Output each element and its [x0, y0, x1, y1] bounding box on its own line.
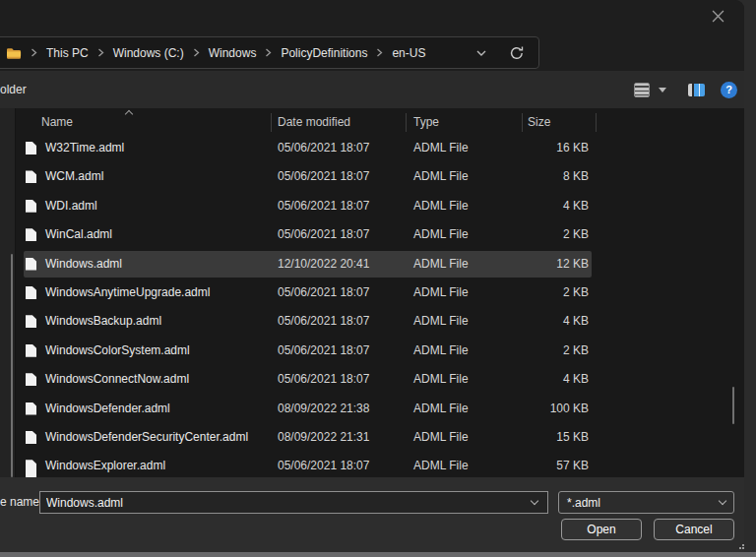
breadcrumb-item[interactable]: Windows [207, 46, 259, 60]
file-name-cell: WindowsAnytimeUpgrade.adml [45, 278, 210, 307]
file-name-cell: WindowsConnectNow.adml [45, 365, 189, 394]
address-bar[interactable]: This PC Windows (C:) Windows PolicyDefin… [0, 36, 539, 69]
file-name-cell: WinCal.adml [45, 220, 112, 249]
file-name-cell: WindowsExplorer.adml [45, 452, 165, 477]
file-row[interactable]: Windows.adml 12/10/2022 20:41 ADML File … [0, 250, 744, 278]
size-cell: 4 KB [463, 307, 589, 336]
details-view-icon[interactable] [634, 83, 650, 97]
file-icon [26, 373, 36, 386]
file-row[interactable]: W32Time.adml 05/06/2021 18:07 ADML File … [0, 134, 744, 162]
file-icon [26, 344, 36, 357]
file-row[interactable]: WindowsDefenderSecurityCenter.adml 08/09… [0, 423, 744, 452]
file-icon [26, 142, 36, 155]
size-cell: 2 KB [463, 337, 589, 365]
size-cell: 4 KB [463, 192, 589, 220]
type-cell: ADML File [413, 423, 469, 452]
column-separator[interactable] [522, 113, 523, 132]
file-list-scrollbar[interactable] [732, 387, 734, 424]
size-cell: 57 KB [463, 452, 589, 477]
file-row[interactable]: WindowsExplorer.adml 05/06/2021 18:07 AD… [0, 452, 744, 477]
file-icon [26, 402, 36, 415]
file-name-cell: WindowsDefender.adml [45, 395, 170, 423]
file-name-cell: WDI.adml [45, 192, 97, 220]
breadcrumb-item[interactable]: en-US [390, 46, 427, 60]
type-cell: ADML File [413, 220, 469, 249]
file-name-cell: WindowsBackup.adml [45, 307, 161, 336]
file-name-cell: W32Time.adml [45, 134, 124, 162]
view-dropdown-caret-icon[interactable] [659, 88, 666, 93]
file-name-cell: WindowsDefenderSecurityCenter.adml [45, 423, 248, 452]
date-modified-cell: 05/06/2021 18:07 [278, 162, 369, 191]
column-header-size[interactable]: Size [528, 115, 550, 129]
type-cell: ADML File [413, 452, 469, 477]
column-header-date-modified[interactable]: Date modified [278, 115, 350, 129]
file-type-filter-value: *.adml [567, 496, 600, 510]
breadcrumb-item[interactable]: PolicyDefinitions [279, 46, 369, 60]
date-modified-cell: 08/09/2022 21:31 [278, 423, 369, 452]
breadcrumb-item[interactable]: Windows (C:) [111, 46, 186, 60]
file-row[interactable]: WDI.adml 05/06/2021 18:07 ADML File 4 KB [0, 192, 744, 220]
type-cell: ADML File [413, 337, 469, 365]
dialog-footer: e name: *.adml Open Cancel [0, 477, 744, 552]
column-separator[interactable] [596, 113, 597, 132]
type-cell: ADML File [413, 307, 469, 336]
breadcrumb-item[interactable]: This PC [44, 46, 91, 60]
size-cell: 16 KB [463, 134, 589, 162]
type-cell: ADML File [413, 395, 469, 423]
close-button[interactable] [705, 5, 730, 27]
file-name-cell: Windows.adml [45, 250, 122, 278]
column-header-name[interactable]: Name [41, 115, 73, 129]
column-separator[interactable] [406, 113, 407, 132]
date-modified-cell: 05/06/2021 18:07 [278, 134, 369, 162]
open-button[interactable]: Open [561, 519, 642, 540]
size-cell: 100 KB [463, 395, 589, 423]
help-icon[interactable]: ? [721, 82, 737, 98]
cancel-button[interactable]: Cancel [654, 519, 734, 540]
file-row[interactable]: WCM.adml 05/06/2021 18:07 ADML File 8 KB [0, 162, 744, 191]
file-row[interactable]: WindowsColorSystem.adml 05/06/2021 18:07… [0, 337, 744, 365]
breadcrumb: This PC Windows (C:) Windows PolicyDefin… [0, 46, 475, 60]
file-name-dropdown-icon[interactable] [531, 497, 538, 505]
breadcrumb-separator-icon [31, 46, 37, 60]
date-modified-cell: 05/06/2021 18:07 [278, 307, 369, 336]
resize-grip-icon[interactable] [738, 539, 744, 549]
breadcrumb-separator-icon [193, 46, 200, 60]
date-modified-cell: 05/06/2021 18:07 [278, 192, 369, 220]
file-icon [26, 228, 36, 241]
size-cell: 8 KB [463, 162, 589, 191]
file-list-pane: Name Date modified Type Size W32Time.adm… [0, 108, 744, 477]
new-folder-button-truncated[interactable]: older [0, 83, 27, 96]
column-separator[interactable] [271, 113, 272, 132]
size-cell: 2 KB [463, 220, 589, 249]
column-header-row: Name Date modified Type Size [0, 110, 744, 134]
file-rows: W32Time.adml 05/06/2021 18:07 ADML File … [0, 134, 744, 477]
address-dropdown-icon[interactable] [475, 49, 487, 57]
column-header-type[interactable]: Type [413, 115, 439, 129]
breadcrumb-separator-icon [376, 46, 383, 60]
file-row[interactable]: WindowsConnectNow.adml 05/06/2021 18:07 … [0, 365, 744, 394]
breadcrumb-separator-icon [265, 46, 272, 60]
breadcrumb-separator-icon [97, 46, 104, 60]
file-row[interactable]: WindowsBackup.adml 05/06/2021 18:07 ADML… [0, 307, 744, 336]
file-icon [26, 286, 36, 299]
date-modified-cell: 08/09/2022 21:38 [278, 395, 369, 423]
preview-pane-icon[interactable] [688, 84, 705, 96]
background-window-edge [0, 552, 756, 557]
file-icon [26, 258, 36, 271]
folder-icon [6, 46, 22, 60]
file-name-input[interactable] [40, 496, 532, 510]
file-icon [26, 200, 36, 213]
date-modified-cell: 05/06/2021 18:07 [278, 337, 369, 365]
refresh-icon[interactable] [509, 45, 525, 61]
file-row[interactable]: WindowsAnytimeUpgrade.adml 05/06/2021 18… [0, 278, 744, 307]
file-row[interactable]: WindowsDefender.adml 08/09/2022 21:38 AD… [0, 395, 744, 423]
file-row[interactable]: WinCal.adml 05/06/2021 18:07 ADML File 2… [0, 220, 744, 249]
type-cell: ADML File [413, 365, 469, 394]
size-cell: 4 KB [463, 365, 589, 394]
file-type-filter-combobox[interactable]: *.adml [558, 491, 734, 514]
date-modified-cell: 05/06/2021 18:07 [278, 365, 369, 394]
open-file-dialog: This PC Windows (C:) Windows PolicyDefin… [0, 0, 744, 552]
file-name-combobox[interactable] [39, 491, 548, 514]
command-bar: older ? [0, 71, 744, 108]
file-name-cell: WindowsColorSystem.adml [45, 337, 190, 365]
